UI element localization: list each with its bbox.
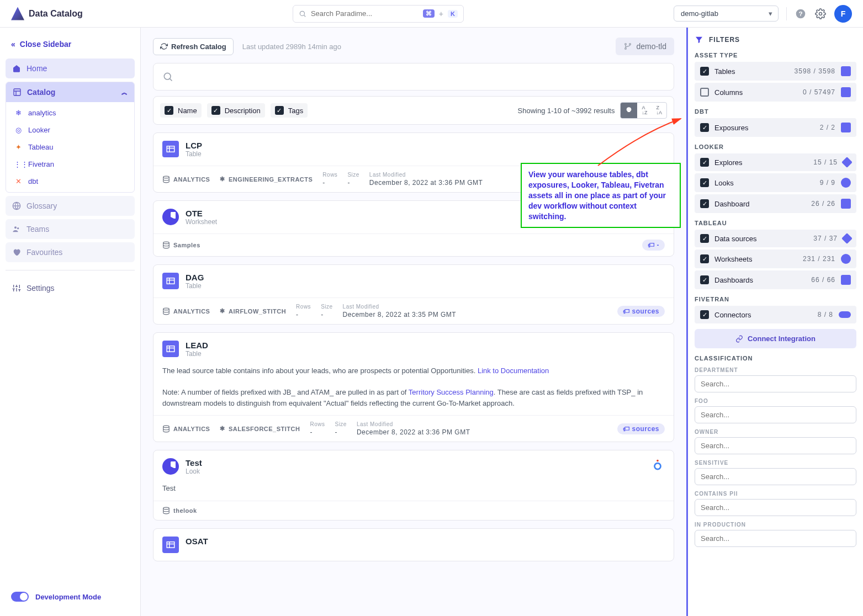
nav-favourites[interactable]: Favourites (6, 242, 135, 262)
filter-row-columns[interactable]: Columns0 / 57497 (695, 83, 856, 102)
heart-icon (12, 248, 21, 257)
checkbox-icon: ✓ (700, 254, 709, 263)
tag-pill[interactable]: 🏷sources (617, 306, 665, 317)
table-icon (162, 341, 179, 357)
classification-label: OWNER (695, 429, 856, 435)
classification-search-owner[interactable] (695, 437, 856, 454)
classification-search-contains-pii[interactable] (695, 499, 856, 516)
app-logo: Data Catalog (11, 7, 83, 20)
filter-row-data-sources[interactable]: ✓Data sources37 / 37 (695, 230, 856, 247)
connect-integration-button[interactable]: Connect Integration (695, 329, 856, 348)
sort-relevance[interactable] (621, 103, 637, 118)
tag-pill[interactable]: 🏷sources (617, 423, 665, 434)
filter-row-connectors[interactable]: ✓Connectors8 / 8 (695, 306, 856, 323)
help-icon[interactable]: ? (795, 8, 807, 20)
svg-rect-36 (167, 278, 174, 284)
refresh-catalog-button[interactable]: Refresh Catalog (153, 38, 234, 55)
classification-search-foo[interactable] (695, 406, 856, 423)
pie-icon (162, 458, 179, 475)
filter-name-checkbox[interactable]: ✓Name (160, 103, 202, 118)
app-title: Data Catalog (29, 9, 83, 19)
db-chip: Samples (162, 241, 200, 249)
source-icon: ✦ (14, 143, 23, 151)
table-icon (162, 273, 179, 289)
tag-pill[interactable]: 🏷- (642, 240, 665, 251)
svg-point-24 (164, 73, 171, 79)
svg-point-10 (14, 226, 17, 229)
doc-link[interactable]: Link to Documentation (478, 367, 549, 375)
search-input[interactable] (311, 9, 419, 18)
territory-link[interactable]: Territory Success Planning (409, 388, 494, 396)
result-card[interactable]: DAGTableANALYTICS✱AIRFLOW_STITCHRows-Siz… (153, 264, 674, 325)
kbd-cmd: ⌘ (423, 9, 435, 18)
sort-za[interactable]: Z↓A (652, 103, 666, 118)
schema-chip: ✱SALESFORCE_STITCH (220, 425, 300, 432)
db-chip: ANALYTICS (162, 176, 210, 183)
source-icon: ⋮⋮ (14, 160, 23, 168)
schema-icon: ✱ (220, 176, 225, 183)
classification-header: CLASSIFICATION (695, 355, 856, 362)
settings-icon[interactable] (814, 8, 827, 20)
classification-search-in-production[interactable] (695, 530, 856, 547)
table-icon (162, 141, 179, 157)
nav-home[interactable]: Home (6, 59, 135, 78)
result-card[interactable]: OSAT (153, 528, 674, 561)
nav-catalog[interactable]: Catalog ︽ (6, 82, 134, 102)
svg-rect-26 (167, 146, 174, 152)
global-search[interactable]: ⌘ + K (293, 5, 464, 23)
filter-row-dashboards[interactable]: ✓Dashboards66 / 66 (695, 270, 856, 289)
sidebar-sub-tableau[interactable]: ✦Tableau (6, 139, 134, 156)
sidebar-sub-fivetran[interactable]: ⋮⋮Fivetran (6, 156, 134, 173)
home-icon (12, 64, 21, 73)
result-card[interactable]: TestLookTestthelook (153, 450, 674, 521)
sort-az[interactable]: A↓Z (637, 103, 652, 118)
type-icon (841, 233, 853, 244)
tag-icon: 🏷 (623, 307, 630, 315)
classification-label: IN PRODUCTION (695, 522, 856, 528)
result-card[interactable]: LEADTableThe lead source table contains … (153, 332, 674, 442)
dev-mode-toggle[interactable] (11, 592, 29, 602)
filter-row-explores[interactable]: ✓Explores15 / 15 (695, 153, 856, 171)
sliders-icon (12, 284, 21, 293)
filter-tags-checkbox[interactable]: ✓Tags (271, 103, 308, 118)
card-subtitle: Table (186, 150, 645, 158)
type-icon (841, 123, 851, 132)
svg-point-43 (163, 426, 170, 428)
nav-teams[interactable]: Teams (6, 219, 135, 239)
nav-settings[interactable]: Settings (6, 278, 135, 298)
close-sidebar[interactable]: « Close Sidebar (6, 36, 135, 52)
chevron-up-icon: ︽ (121, 88, 128, 97)
workspace-select[interactable]: demo-gitlab (674, 6, 779, 22)
sidebar: « Close Sidebar Home Catalog ︽ ❄analytic… (0, 28, 141, 616)
svg-text:?: ? (798, 10, 802, 17)
tag-icon: 🏷 (623, 425, 630, 433)
filter-description-checkbox[interactable]: ✓Description (207, 103, 265, 118)
type-icon (841, 254, 851, 264)
teams-icon (12, 225, 21, 233)
type-icon (841, 275, 851, 285)
filter-row-dashboard[interactable]: ✓Dashboard26 / 26 (695, 194, 856, 213)
filter-row-looks[interactable]: ✓Looks9 / 9 (695, 173, 856, 192)
svg-point-45 (655, 463, 661, 469)
card-title: OSAT (186, 537, 645, 546)
user-avatar[interactable]: F (834, 5, 852, 23)
classification-label: DEPARTMENT (695, 367, 856, 373)
filter-row-worksheets[interactable]: ✓Worksheets231 / 231 (695, 249, 856, 268)
env-chip[interactable]: demo-tld (616, 38, 674, 55)
classification-search-department[interactable] (695, 375, 856, 392)
sidebar-sub-analytics[interactable]: ❄analytics (6, 104, 134, 121)
card-title: DAG (186, 273, 645, 282)
filter-row-tables[interactable]: ✓Tables3598 / 3598 (695, 62, 856, 81)
nav-glossary[interactable]: Glossary (6, 196, 135, 216)
catalog-search[interactable] (153, 63, 674, 91)
filter-row-exposures[interactable]: ✓Exposures2 / 2 (695, 118, 856, 137)
sidebar-sub-dbt[interactable]: ✕dbt (6, 173, 134, 190)
filters-panel: FILTERS ASSET TYPE✓Tables3598 / 3598Colu… (686, 28, 863, 616)
classification-search-sensitive[interactable] (695, 468, 856, 485)
last-updated-text: Last updated 2989h 14min ago (242, 43, 341, 51)
schema-chip: ✱AIRFLOW_STITCH (220, 307, 286, 315)
filter-icon (695, 35, 703, 44)
type-icon (841, 178, 851, 188)
sidebar-sub-looker[interactable]: ◎Looker (6, 121, 134, 139)
svg-point-21 (624, 44, 626, 45)
